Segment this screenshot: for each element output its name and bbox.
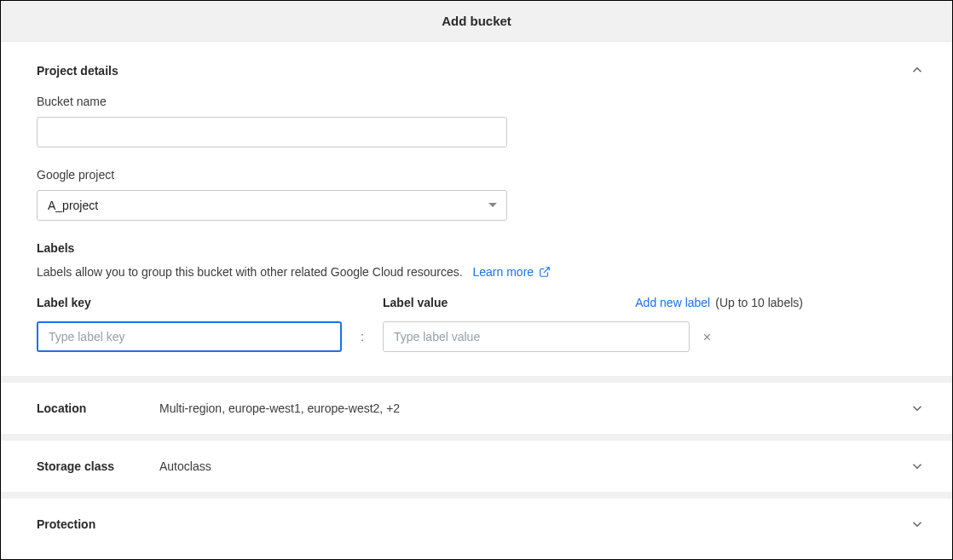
storage-class-section[interactable]: Storage class Autoclass (1, 441, 952, 492)
storage-class-title: Storage class (37, 459, 159, 473)
location-summary: Multi-region, europe-west1, europe-west2… (159, 401, 400, 415)
svg-line-0 (544, 268, 549, 273)
collapse-project-details-button[interactable] (910, 62, 925, 78)
labels-subsection: Labels Labels allow you to group this bu… (37, 241, 916, 352)
remove-label-button[interactable] (690, 321, 724, 352)
external-link-icon (539, 266, 551, 278)
max-labels-hint: (Up to 10 labels) (715, 296, 803, 309)
google-project-label: Google project (37, 168, 916, 182)
label-value-header: Label value (383, 296, 448, 309)
learn-more-link[interactable]: Learn more (473, 265, 552, 279)
expand-storage-class-button[interactable] (910, 459, 925, 474)
label-key-header: Label key (37, 296, 342, 309)
google-project-select[interactable]: A_project (37, 190, 507, 221)
section-separator (1, 434, 952, 441)
expand-location-button[interactable] (910, 401, 925, 416)
chevron-down-icon (910, 459, 925, 474)
project-details-panel: Project details Bucket name Google proje… (1, 42, 952, 376)
location-section[interactable]: Location Multi-region, europe-west1, eur… (1, 383, 952, 434)
bucket-name-field: Bucket name (37, 95, 916, 147)
protection-section[interactable]: Protection (1, 499, 952, 550)
project-details-heading: Project details (37, 64, 916, 78)
location-title: Location (37, 401, 159, 415)
chevron-down-icon (910, 401, 925, 416)
chevron-up-icon (910, 62, 925, 78)
section-separator (1, 376, 952, 383)
bucket-name-input[interactable] (37, 117, 507, 147)
storage-class-summary: Autoclass (159, 459, 211, 473)
add-new-label-button[interactable]: Add new label (635, 296, 710, 309)
google-project-field: Google project A_project (37, 168, 916, 221)
dialog-header: Add bucket (1, 1, 952, 42)
label-value-input[interactable] (383, 321, 690, 352)
label-key-column: Label key (37, 296, 342, 352)
google-project-value: A_project (48, 199, 98, 212)
project-details-section: Project details Bucket name Google proje… (1, 42, 952, 376)
label-value-column: Label value Add new label (Up to 10 labe… (383, 296, 803, 352)
labels-description: Labels allow you to group this bucket wi… (37, 265, 916, 279)
expand-protection-button[interactable] (910, 517, 925, 532)
labels-heading: Labels (37, 241, 916, 255)
protection-title: Protection (37, 517, 159, 531)
bucket-name-label: Bucket name (37, 95, 916, 108)
close-icon (702, 332, 713, 343)
chevron-down-icon (910, 517, 925, 532)
label-separator: : (342, 321, 383, 352)
label-key-input[interactable] (37, 321, 342, 352)
dialog-title: Add bucket (442, 14, 511, 28)
labels-row: Label key : Label value Add new label (U… (37, 296, 916, 352)
section-separator (1, 492, 952, 499)
add-label-area: Add new label (Up to 10 labels) (448, 296, 803, 309)
